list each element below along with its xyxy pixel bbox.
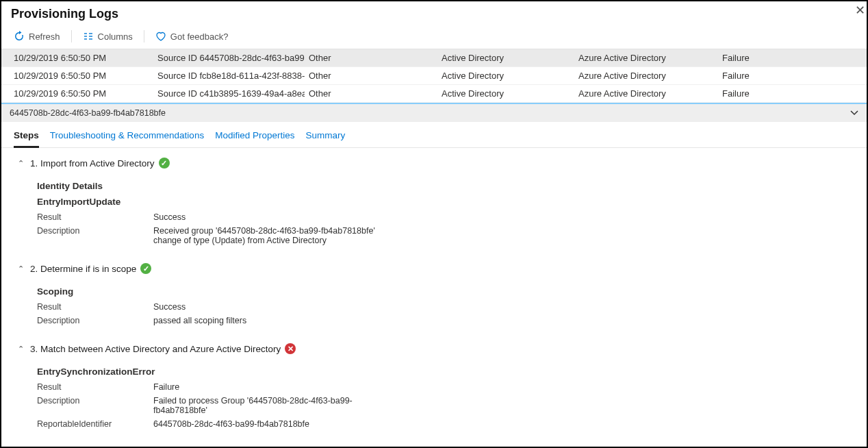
label: Result xyxy=(37,212,153,222)
chevron-down-icon[interactable] xyxy=(849,107,860,120)
chevron-up-icon[interactable]: ⌃ xyxy=(18,159,26,168)
value: Failed to process Group '6445708b-28dc-4… xyxy=(153,396,400,415)
columns-button[interactable]: Columns xyxy=(80,29,136,43)
cell-other: Other xyxy=(305,88,442,99)
section-heading: Scoping xyxy=(37,286,857,297)
separator xyxy=(144,30,144,42)
error-icon: ✕ xyxy=(285,343,296,354)
label: Result xyxy=(37,302,153,312)
cell-date: 10/29/2019 6:50:50 PM xyxy=(14,71,157,81)
cell-system: Active Directory xyxy=(442,53,578,63)
columns-icon xyxy=(83,31,94,42)
separator xyxy=(71,30,72,42)
refresh-icon xyxy=(14,31,25,42)
chevron-up-icon[interactable]: ⌃ xyxy=(18,264,26,273)
section-heading: EntrySynchronizationError xyxy=(37,366,857,377)
label: Description xyxy=(37,316,153,325)
page-title: Provisioning Logs xyxy=(11,7,857,21)
table-row[interactable]: 10/29/2019 6:50:50 PM Source ID c41b3895… xyxy=(1,85,867,103)
tab-troubleshooting[interactable]: Troubleshooting & Recommendations xyxy=(50,127,204,147)
cell-status: Failure xyxy=(722,88,863,99)
step-1: ⌃ 1. Import from Active Directory ✓ Iden… xyxy=(18,158,857,245)
label: Description xyxy=(37,226,153,245)
cell-target: Azure Active Directory xyxy=(578,53,722,63)
log-table: 10/29/2019 6:50:50 PM Source ID 6445708b… xyxy=(1,49,867,103)
value: Failure xyxy=(153,382,400,392)
cell-source: Source ID fcb8e18d-611a-423f-8838-b9d xyxy=(157,71,305,81)
cell-system: Active Directory xyxy=(442,88,578,99)
value: Received group '6445708b-28dc-4f63-ba99-… xyxy=(153,226,400,245)
label: Result xyxy=(37,382,153,392)
steps-panel: ⌃ 1. Import from Active Directory ✓ Iden… xyxy=(1,148,867,443)
feedback-label: Got feedback? xyxy=(170,32,229,42)
success-icon: ✓ xyxy=(140,263,151,274)
cell-target: Azure Active Directory xyxy=(578,71,722,81)
value: Success xyxy=(153,212,400,222)
tab-modified-properties[interactable]: Modified Properties xyxy=(215,127,294,147)
step-title: 3. Match between Active Directory and Az… xyxy=(30,344,281,354)
cell-other: Other xyxy=(305,71,442,81)
chevron-up-icon[interactable]: ⌃ xyxy=(18,345,26,353)
cell-date: 10/29/2019 6:50:50 PM xyxy=(14,53,157,63)
cell-target: Azure Active Directory xyxy=(578,88,722,99)
cell-source: Source ID 6445708b-28dc-4f63-ba99-fb4 xyxy=(157,53,305,63)
tab-summary[interactable]: Summary xyxy=(305,127,345,147)
cell-system: Active Directory xyxy=(442,71,578,81)
detail-header[interactable]: 6445708b-28dc-4f63-ba99-fb4ab7818bfe xyxy=(1,103,867,122)
refresh-button[interactable]: Refresh xyxy=(11,29,63,43)
step-2: ⌃ 2. Determine if is in scope ✓ Scoping … xyxy=(18,263,857,325)
cell-source: Source ID c41b3895-1639-49a4-a8ea-466 xyxy=(157,88,305,99)
label: Description xyxy=(37,396,153,415)
columns-label: Columns xyxy=(98,32,133,42)
label: ReportableIdentifier xyxy=(37,419,153,429)
value: Success xyxy=(153,302,400,312)
table-row[interactable]: 10/29/2019 6:50:50 PM Source ID fcb8e18d… xyxy=(1,67,867,85)
success-icon: ✓ xyxy=(159,158,170,169)
heart-icon xyxy=(155,31,166,42)
tabs: Steps Troubleshooting & Recommendations … xyxy=(1,122,867,148)
cell-status: Failure xyxy=(722,53,863,63)
feedback-button[interactable]: Got feedback? xyxy=(153,29,231,43)
step-3: ⌃ 3. Match between Active Directory and … xyxy=(18,343,857,429)
step-title: 2. Determine if is in scope xyxy=(30,264,136,274)
table-row[interactable]: 10/29/2019 6:50:50 PM Source ID 6445708b… xyxy=(1,49,867,67)
step-title: 1. Import from Active Directory xyxy=(30,158,155,169)
cell-status: Failure xyxy=(722,71,863,81)
close-icon[interactable]: ✕ xyxy=(855,3,865,18)
cell-other: Other xyxy=(305,53,442,63)
value: passed all scoping filters xyxy=(153,316,400,325)
tab-steps[interactable]: Steps xyxy=(14,127,39,148)
section-heading: Identity Details xyxy=(37,181,857,191)
refresh-label: Refresh xyxy=(29,32,60,42)
section-heading: EntryImportUpdate xyxy=(37,197,857,207)
cell-date: 10/29/2019 6:50:50 PM xyxy=(14,88,157,99)
value: 6445708b-28dc-4f63-ba99-fb4ab7818bfe xyxy=(153,419,400,429)
detail-id: 6445708b-28dc-4f63-ba99-fb4ab7818bfe xyxy=(10,108,166,118)
toolbar: Refresh Columns Got feedback? xyxy=(1,25,867,49)
